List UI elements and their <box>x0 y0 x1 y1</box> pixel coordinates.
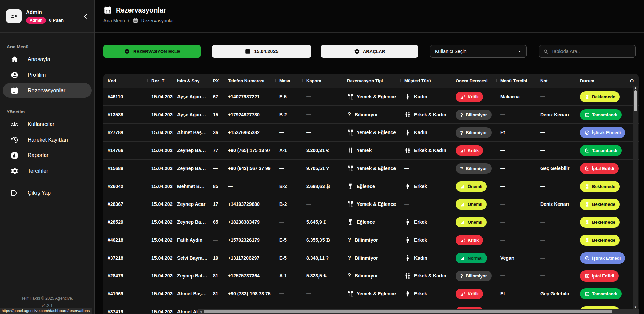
sidebar-item-tercihler[interactable]: Tercihler <box>3 164 92 178</box>
table-row[interactable]: #4611015.04.2025Ayşe Ağao…67+14077987221… <box>103 88 639 105</box>
column-header-9[interactable]: Müşteri Türü <box>400 78 452 83</box>
horizontal-scrollbar-thumb[interactable] <box>204 310 612 313</box>
sidebar-item-hareket-kayitlari[interactable]: Hareket Kayıtları <box>3 132 92 147</box>
column-header-6[interactable]: Masa <box>275 78 302 83</box>
deposit-amount: — <box>302 94 343 99</box>
sidebar-item-kullanicilar[interactable]: Kullanıcılar <box>3 117 92 131</box>
hourglass-icon <box>585 94 590 99</box>
table-body: #4611015.04.2025Ayşe Ağao…67+14077987221… <box>103 88 639 314</box>
restaurant-icon <box>347 129 354 136</box>
column-header-5[interactable]: Telefon Numarası <box>224 78 275 83</box>
table-row[interactable]: #1358815.04.2025Ayşe Ağao…15+17924827780… <box>103 105 639 123</box>
column-header-8[interactable]: Rezervasyon Tipi <box>343 78 400 83</box>
importance-badge: Önemli <box>456 181 487 192</box>
page-title: Rezervasyonlar <box>116 6 166 14</box>
column-header-14[interactable]: O <box>626 78 639 83</box>
table-row[interactable]: #4621815.04.2025Fatih Aydın—+15702326179… <box>103 231 639 249</box>
main-content: Rezervasyonlar Ana Menü / Rezervasyonlar… <box>95 0 644 314</box>
scroll-down-arrow-icon[interactable]: ▼ <box>633 305 638 309</box>
vertical-scrollbar-thumb[interactable] <box>634 90 637 111</box>
note: Deniz Kenarı <box>536 112 576 117</box>
status-badge: İştirak Etmedi <box>580 252 625 264</box>
table-row[interactable]: #1476615.04.2025Zeynep Ba…77+90 (765) 17… <box>103 141 639 159</box>
sidebar-item-label: Tercihler <box>28 168 48 174</box>
importance-cell: Normal <box>452 253 496 263</box>
sidebar-user-panel: Admin Admin 0 Puan <box>0 0 94 33</box>
user-select-dropdown[interactable]: Kullanıcı Seçin <box>430 45 527 58</box>
column-header-1[interactable]: Kod <box>103 78 147 83</box>
sidebar-item-cikis-yap[interactable]: Çıkış Yap <box>3 186 92 200</box>
reservation-code: #46110 <box>103 94 147 99</box>
table-code: E-5 <box>275 255 302 261</box>
date-picker-button[interactable]: 15.04.2025 <box>212 45 311 58</box>
phone-number: — <box>224 184 275 189</box>
add-reservation-button[interactable]: REZERVASYON EKLE <box>103 45 201 58</box>
importance-badge: Kritik <box>456 145 483 156</box>
column-header-10[interactable]: Önem Derecesi <box>452 78 496 83</box>
deposit-amount: 3.200,31 € <box>302 148 343 153</box>
importance-cell: Kritik <box>452 92 496 102</box>
note: — <box>536 273 576 279</box>
scroll-left-arrow-icon[interactable]: ◀ <box>198 310 203 313</box>
note: Geç Gelebilir <box>536 166 576 171</box>
sidebar-item-profilim[interactable]: Profilim <box>3 68 92 82</box>
breadcrumb-home[interactable]: Ana Menü <box>103 18 125 23</box>
column-header-2[interactable]: Rez. T. <box>147 78 173 83</box>
section-label: Yönetim <box>7 109 94 114</box>
table-row[interactable]: #2778915.04.2025Ahmet Baş…36+15376965382… <box>103 123 639 141</box>
sidebar-item-rezervasyonlar[interactable]: Rezervasyonlar <box>3 83 92 98</box>
reservation-type: Eğlence <box>343 183 400 190</box>
table-row[interactable]: #2836715.04.2025Zeynep Acar17+1419372988… <box>103 195 639 213</box>
sidebar-collapse-button[interactable] <box>81 12 90 20</box>
column-header-7[interactable]: Kapora <box>302 78 343 83</box>
breadcrumb-current: Rezervasyonlar <box>141 18 174 23</box>
importance-badge: Önemli <box>456 199 487 210</box>
table-code: — <box>275 291 302 296</box>
column-header-12[interactable]: Not <box>536 78 576 83</box>
table-row[interactable]: #2847915.04.2025Zeynep Bal…81+1257573736… <box>103 267 639 285</box>
importance-cell: Kritik <box>452 235 496 245</box>
phone-number: +15376965382 <box>224 130 275 135</box>
table-row[interactable]: #2604215.04.2025Mehmet B…85—B-22.698,63 … <box>103 177 639 195</box>
question-icon: ? <box>347 237 352 243</box>
vertical-scrollbar[interactable]: ▲ ▼ <box>633 86 638 309</box>
table-row[interactable]: #3721815.04.2025Selvi Bayra…19+131172062… <box>103 249 639 267</box>
note: Geç Gelebilir <box>536 291 576 296</box>
menu-preference: Et <box>496 130 536 135</box>
deposit-amount: 2.698,63 ₿ <box>302 184 343 189</box>
status-cell: İptal Edildi <box>576 270 626 282</box>
table-row[interactable]: #1568815.04.2025Zeynep Ba…—+90 (642) 567… <box>103 159 639 177</box>
table-code: E-5 <box>275 237 302 243</box>
reservation-code: #37419 <box>103 309 147 314</box>
reservation-code: #46218 <box>103 237 147 243</box>
customer-type: Kadın <box>400 129 452 136</box>
cal-check-icon <box>585 112 590 117</box>
person-icon <box>10 71 19 79</box>
px-count: 81 <box>209 273 224 279</box>
signal-alert-icon <box>460 94 465 99</box>
column-header-11[interactable]: Menü Tercihi <box>496 78 536 83</box>
gear-icon <box>354 48 360 54</box>
sidebar-nav: Ana MenüAnasayfaProfilimRezervasyonlarYö… <box>0 44 94 200</box>
table-code: — <box>275 219 302 225</box>
reservation-type: Yemek & Eğlence <box>343 129 400 136</box>
phone-number: +15702326179 <box>224 237 275 243</box>
man-icon <box>404 183 411 190</box>
tools-button[interactable]: ARAÇLAR <box>321 45 418 58</box>
sidebar-item-raporlar[interactable]: Raporlar <box>3 148 92 163</box>
table-row[interactable]: #2852915.04.2025Zeynep Ba…65+18238383479… <box>103 213 639 231</box>
sidebar-item-label: Rezervasyonlar <box>28 88 65 94</box>
sidebar-item-anasayfa[interactable]: Anasayfa <box>3 52 92 67</box>
status-badge: Beklemede <box>580 217 620 228</box>
table-row[interactable]: #4196915.04.2025Ahmet Baş…81+90 (783) 19… <box>103 285 639 303</box>
column-header-13[interactable]: Durum <box>576 78 626 83</box>
reservation-type: Eğlence <box>343 219 400 225</box>
reservation-code: #28529 <box>103 219 147 225</box>
customer-type: Erkek & Kadın <box>400 147 452 154</box>
horizontal-scrollbar[interactable]: ◀ <box>198 309 639 314</box>
note: — <box>536 184 576 189</box>
column-header-3[interactable]: İsim & Soy… <box>173 78 209 83</box>
search-input[interactable] <box>551 49 631 54</box>
scroll-up-arrow-icon[interactable]: ▲ <box>633 86 638 90</box>
column-header-4[interactable]: PX <box>209 78 224 83</box>
